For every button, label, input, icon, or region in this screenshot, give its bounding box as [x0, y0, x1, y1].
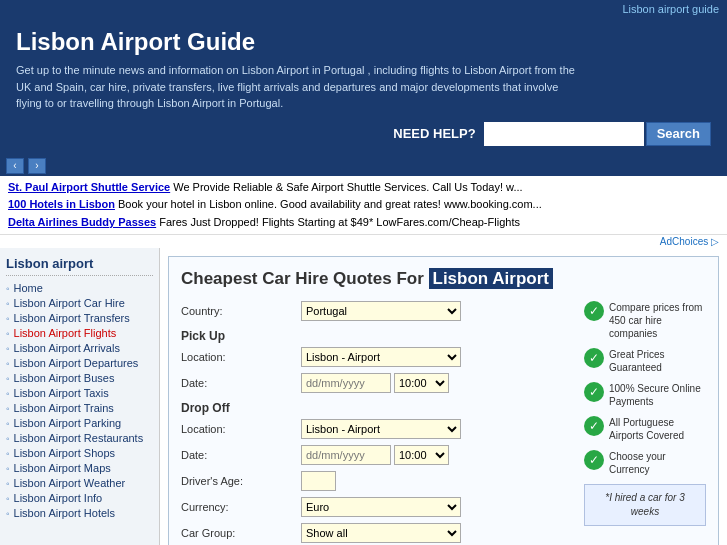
pickup-date-input[interactable] — [301, 373, 391, 393]
sidebar-link-departures[interactable]: Lisbon Airport Departures — [14, 357, 139, 369]
sidebar-item-maps[interactable]: ◦ Lisbon Airport Maps — [6, 462, 153, 474]
sidebar-link-transfers[interactable]: Lisbon Airport Transfers — [14, 312, 130, 324]
bullet-icon: ◦ — [6, 463, 10, 474]
benefit-text-3: 100% Secure Online Payments — [609, 382, 706, 408]
sidebar-item-car-hire[interactable]: ◦ Lisbon Airport Car Hire — [6, 297, 153, 309]
currency-row: Currency: Euro — [181, 497, 576, 517]
sidebar-link-info[interactable]: Lisbon Airport Info — [14, 492, 103, 504]
car-group-select[interactable]: Show all — [301, 523, 461, 543]
nav-scroll-bar: ‹ › — [0, 156, 727, 176]
sidebar-item-buses[interactable]: ◦ Lisbon Airport Buses — [6, 372, 153, 384]
car-group-label: Car Group: — [181, 527, 301, 539]
currency-label: Currency: — [181, 501, 301, 513]
check-icon-4: ✓ — [584, 416, 604, 436]
sidebar-item-hotels[interactable]: ◦ Lisbon Airport Hotels — [6, 507, 153, 519]
pickup-location-select[interactable]: Lisbon - Airport — [301, 347, 461, 367]
bullet-icon: ◦ — [6, 298, 10, 309]
ad-row-2: 100 Hotels in Lisbon Book your hotel in … — [8, 196, 719, 214]
sidebar-link-arrivals[interactable]: Lisbon Airport Arrivals — [14, 342, 120, 354]
sidebar-link-parking[interactable]: Lisbon Airport Parking — [14, 417, 122, 429]
dropoff-location-select[interactable]: Lisbon - Airport — [301, 419, 461, 439]
pickup-time-select[interactable]: 10:00 — [394, 373, 449, 393]
dropoff-location-row: Location: Lisbon - Airport — [181, 419, 576, 439]
top-bar-link[interactable]: Lisbon airport guide — [622, 3, 719, 15]
sidebar-item-trains[interactable]: ◦ Lisbon Airport Trains — [6, 402, 153, 414]
scroll-left-button[interactable]: ‹ — [6, 158, 24, 174]
sidebar-link-buses[interactable]: Lisbon Airport Buses — [14, 372, 115, 384]
benefit-text-1: Compare prices from 450 car hire compani… — [609, 301, 706, 340]
sidebar-link-shops[interactable]: Lisbon Airport Shops — [14, 447, 116, 459]
bullet-icon: ◦ — [6, 313, 10, 324]
ad-link-1[interactable]: St. Paul Airport Shuttle Service — [8, 181, 170, 193]
bullet-icon: ◦ — [6, 283, 10, 294]
pickup-date-time: 10:00 — [301, 373, 449, 393]
sidebar-item-taxis[interactable]: ◦ Lisbon Airport Taxis — [6, 387, 153, 399]
sidebar-item-shops[interactable]: ◦ Lisbon Airport Shops — [6, 447, 153, 459]
top-bar: Lisbon airport guide — [0, 0, 727, 18]
driver-age-row: Driver's Age: — [181, 471, 576, 491]
ad-text-3: Fares Just Dropped! Flights Starting at … — [159, 216, 520, 228]
sidebar-link-trains[interactable]: Lisbon Airport Trains — [14, 402, 114, 414]
ad-row-1: St. Paul Airport Shuttle Service We Prov… — [8, 179, 719, 197]
country-label: Country: — [181, 305, 301, 317]
benefit-3: ✓ 100% Secure Online Payments — [584, 382, 706, 408]
sidebar-item-transfers[interactable]: ◦ Lisbon Airport Transfers — [6, 312, 153, 324]
car-hire-title: Cheapest Car Hire Quotes For Lisbon Airp… — [181, 269, 706, 289]
sidebar-item-parking[interactable]: ◦ Lisbon Airport Parking — [6, 417, 153, 429]
dropoff-time-select[interactable]: 10:00 — [394, 445, 449, 465]
ad-link-2[interactable]: 100 Hotels in Lisbon — [8, 198, 115, 210]
check-icon-1: ✓ — [584, 301, 604, 321]
header: Lisbon Airport Guide Get up to the minut… — [0, 18, 727, 156]
bullet-icon: ◦ — [6, 508, 10, 519]
driver-age-input[interactable] — [301, 471, 336, 491]
pickup-location-label: Location: — [181, 351, 301, 363]
check-icon-5: ✓ — [584, 450, 604, 470]
sidebar-item-info[interactable]: ◦ Lisbon Airport Info — [6, 492, 153, 504]
sidebar-item-home[interactable]: ◦ Home — [6, 282, 153, 294]
dropoff-date-row: Date: 10:00 — [181, 445, 576, 465]
benefit-1: ✓ Compare prices from 450 car hire compa… — [584, 301, 706, 340]
sidebar-item-departures[interactable]: ◦ Lisbon Airport Departures — [6, 357, 153, 369]
ad-text-1: We Provide Reliable & Safe Airport Shutt… — [173, 181, 522, 193]
sidebar-link-restaurants[interactable]: Lisbon Airport Restaurants — [14, 432, 144, 444]
dropoff-date-label: Date: — [181, 449, 301, 461]
benefit-text-4: All Portuguese Airports Covered — [609, 416, 706, 442]
dropoff-date-input[interactable] — [301, 445, 391, 465]
bullet-icon: ◦ — [6, 328, 10, 339]
car-hire-title-highlight: Lisbon Airport — [429, 268, 553, 289]
bullet-icon: ◦ — [6, 388, 10, 399]
country-select[interactable]: Portugal — [301, 301, 461, 321]
currency-select[interactable]: Euro — [301, 497, 461, 517]
bullet-icon: ◦ — [6, 433, 10, 444]
pickup-date-row: Date: 10:00 — [181, 373, 576, 393]
main-layout: Lisbon airport ◦ Home ◦ Lisbon Airport C… — [0, 248, 727, 545]
sidebar-link-hotels[interactable]: Lisbon Airport Hotels — [14, 507, 116, 519]
search-button[interactable]: Search — [646, 122, 711, 146]
ad-link-3[interactable]: Delta Airlines Buddy Passes — [8, 216, 156, 228]
search-input[interactable] — [484, 122, 644, 146]
sidebar-link-car-hire[interactable]: Lisbon Airport Car Hire — [14, 297, 125, 309]
bullet-icon: ◦ — [6, 343, 10, 354]
dropoff-date-time: 10:00 — [301, 445, 449, 465]
sidebar-link-maps[interactable]: Lisbon Airport Maps — [14, 462, 111, 474]
bullet-icon: ◦ — [6, 358, 10, 369]
scroll-right-button[interactable]: › — [28, 158, 46, 174]
dropoff-location-label: Location: — [181, 423, 301, 435]
sidebar-title: Lisbon airport — [6, 256, 153, 276]
site-title: Lisbon Airport Guide — [16, 28, 711, 56]
sidebar-link-taxis[interactable]: Lisbon Airport Taxis — [14, 387, 109, 399]
sidebar-item-restaurants[interactable]: ◦ Lisbon Airport Restaurants — [6, 432, 153, 444]
need-help-label: NEED HELP? — [393, 126, 475, 141]
sidebar-link-flights[interactable]: Lisbon Airport Flights — [14, 327, 117, 339]
main-content: Cheapest Car Hire Quotes For Lisbon Airp… — [160, 248, 727, 545]
sidebar-link-home[interactable]: Home — [14, 282, 43, 294]
sidebar-item-arrivals[interactable]: ◦ Lisbon Airport Arrivals — [6, 342, 153, 354]
sidebar-link-weather[interactable]: Lisbon Airport Weather — [14, 477, 126, 489]
form-left: Country: Portugal Pick Up Location: Lisb… — [181, 301, 576, 545]
ad-text-2: Book your hotel in Lisbon online. Good a… — [118, 198, 542, 210]
bullet-icon: ◦ — [6, 403, 10, 414]
sidebar-item-flights[interactable]: ◦ Lisbon Airport Flights — [6, 327, 153, 339]
ad-choices-label: AdChoices ▷ — [660, 236, 719, 247]
sidebar-item-weather[interactable]: ◦ Lisbon Airport Weather — [6, 477, 153, 489]
car-group-row: Car Group: Show all — [181, 523, 576, 543]
